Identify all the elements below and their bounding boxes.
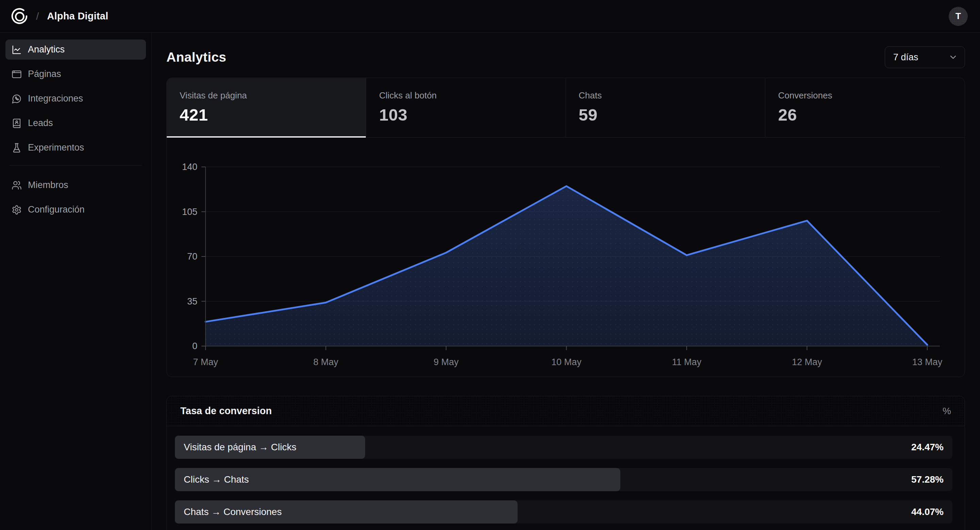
svg-text:70: 70 [187,251,197,262]
conversion-header: Tasa de conversion % [167,396,965,426]
visits-area-chart: 035701051407 May8 May9 May10 May11 May12… [167,137,965,377]
svg-text:12 May: 12 May [792,357,822,367]
stat-value: 103 [379,105,552,125]
conversion-panel: Tasa de conversion % Visitas de página →… [166,396,965,530]
conversion-row-percent: 44.07% [911,506,943,517]
whatsapp-icon [11,94,22,104]
percent-unit-icon: % [943,405,951,417]
conversion-row-label: Clicks → Chats [184,474,249,485]
sidebar-item-label: Analytics [28,44,65,55]
sidebar-item-leads[interactable]: Leads [5,113,146,133]
sidebar-item-label: Experimentos [28,142,84,153]
sidebar-item-experimentos[interactable]: Experimentos [5,137,146,158]
stat-label: Conversiones [778,90,952,101]
svg-text:9 May: 9 May [434,357,459,367]
stat-label: Chats [579,90,752,101]
contact-book-icon [11,118,22,128]
svg-text:13 May: 13 May [912,357,943,367]
conversion-row-label: Chats → Conversiones [184,506,282,517]
date-range-select[interactable]: 7 días [885,46,965,68]
svg-text:8 May: 8 May [313,357,339,367]
conversion-row-label: Visitas de página → Clicks [184,442,296,453]
sidebar-item-label: Configuración [28,204,85,215]
stat-card-chats[interactable]: Chats 59 [566,78,765,137]
chevron-down-icon [948,53,958,62]
user-avatar[interactable]: T [949,7,968,26]
stat-value: 59 [579,105,752,125]
breadcrumb-separator: / [36,11,39,22]
page-title: Analytics [166,50,226,65]
stat-card-clicks[interactable]: Clicks al botón 103 [366,78,566,137]
chart-line-icon [11,45,22,55]
conversion-row-percent: 24.47% [911,442,943,453]
svg-text:11 May: 11 May [672,357,702,367]
stats-row: Visitas de página 421 Clicks al botón 10… [167,78,965,137]
svg-text:140: 140 [182,162,197,172]
sidebar-item-label: Leads [28,118,53,128]
sidebar: Analytics Páginas Integraciones Leads [0,33,152,530]
conversion-row-clicks-chats: Clicks → Chats 57.28% [175,468,953,491]
svg-text:35: 35 [187,296,197,307]
flask-icon [11,143,22,153]
app-logo-icon[interactable] [10,7,29,26]
sidebar-item-label: Miembros [28,180,68,190]
conversion-title: Tasa de conversion [180,405,272,417]
svg-text:10 May: 10 May [551,357,582,367]
sidebar-divider [10,165,142,166]
conversion-row-chats-conversiones: Chats → Conversiones 44.07% [175,500,953,524]
stat-label: Clicks al botón [379,90,552,101]
sidebar-item-configuracion[interactable]: Configuración [5,200,146,220]
stat-card-visitas[interactable]: Visitas de página 421 [167,78,366,137]
sidebar-item-label: Integraciones [28,93,83,104]
svg-text:105: 105 [182,207,197,217]
sidebar-item-label: Páginas [28,69,61,79]
stat-label: Visitas de página [180,90,353,101]
main-content: Analytics 7 días Visitas de página 421 C… [152,33,980,530]
stat-card-conversiones[interactable]: Conversiones 26 [765,78,965,137]
sidebar-item-analytics[interactable]: Analytics [5,40,146,60]
conversion-row-percent: 57.28% [911,474,943,485]
conversion-row-visitas-clicks: Visitas de página → Clicks 24.47% [175,436,953,459]
gear-icon [11,205,22,215]
sidebar-item-paginas[interactable]: Páginas [5,64,146,84]
workspace-name[interactable]: Alpha Digital [47,11,108,22]
browser-window-icon [11,69,22,79]
topbar: / Alpha Digital T [0,0,980,33]
stat-value: 421 [180,105,353,125]
sidebar-item-integraciones[interactable]: Integraciones [5,89,146,109]
conversion-rows: Visitas de página → Clicks 24.47% Clicks… [167,426,965,530]
users-icon [11,180,22,190]
stat-value: 26 [778,105,952,125]
svg-text:7 May: 7 May [193,357,218,367]
chart-area: 035701051407 May8 May9 May10 May11 May12… [167,137,965,377]
sidebar-item-miembros[interactable]: Miembros [5,175,146,195]
date-range-value: 7 días [893,52,918,63]
svg-text:0: 0 [192,341,197,351]
analytics-panel: Visitas de página 421 Clicks al botón 10… [166,78,965,377]
